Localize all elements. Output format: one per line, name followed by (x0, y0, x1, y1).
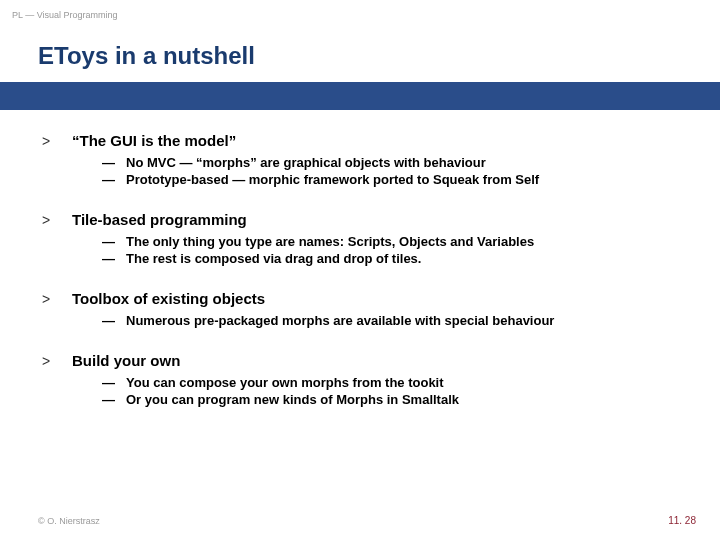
sub-text: You can compose your own morphs from the… (126, 375, 444, 390)
footer-copyright: © O. Nierstrasz (38, 516, 100, 526)
sub-list: — The only thing you type are names: Scr… (102, 234, 690, 266)
section: > Tile-based programming — The only thin… (42, 211, 690, 266)
section-title: Build your own (72, 352, 180, 369)
dash-icon: — (102, 375, 126, 390)
section-head: > Toolbox of existing objects (42, 290, 690, 307)
section-title: “The GUI is the model” (72, 132, 236, 149)
sub-list: — Numerous pre-packaged morphs are avail… (102, 313, 690, 328)
page-title: EToys in a nutshell (38, 42, 255, 70)
sub-text: No MVC — “morphs” are graphical objects … (126, 155, 486, 170)
chevron-icon: > (42, 212, 72, 228)
sub-text: The only thing you type are names: Scrip… (126, 234, 534, 249)
sub-list: — No MVC — “morphs” are graphical object… (102, 155, 690, 187)
chevron-icon: > (42, 353, 72, 369)
section-head: > Tile-based programming (42, 211, 690, 228)
dash-icon: — (102, 234, 126, 249)
sub-item: — Numerous pre-packaged morphs are avail… (102, 313, 690, 328)
dash-icon: — (102, 251, 126, 266)
content-area: > “The GUI is the model” — No MVC — “mor… (42, 132, 690, 431)
sub-list: — You can compose your own morphs from t… (102, 375, 690, 407)
section-title: Toolbox of existing objects (72, 290, 265, 307)
sub-item: — The rest is composed via drag and drop… (102, 251, 690, 266)
section: > “The GUI is the model” — No MVC — “mor… (42, 132, 690, 187)
sub-item: — Prototype-based — morphic framework po… (102, 172, 690, 187)
section-title: Tile-based programming (72, 211, 247, 228)
sub-item: — You can compose your own morphs from t… (102, 375, 690, 390)
section: > Toolbox of existing objects — Numerous… (42, 290, 690, 328)
sub-text: Or you can program new kinds of Morphs i… (126, 392, 459, 407)
section: > Build your own — You can compose your … (42, 352, 690, 407)
title-band (0, 82, 720, 110)
dash-icon: — (102, 313, 126, 328)
sub-item: — No MVC — “morphs” are graphical object… (102, 155, 690, 170)
header-label: PL — Visual Programming (12, 10, 118, 20)
sub-item: — Or you can program new kinds of Morphs… (102, 392, 690, 407)
chevron-icon: > (42, 291, 72, 307)
sub-text: The rest is composed via drag and drop o… (126, 251, 421, 266)
dash-icon: — (102, 155, 126, 170)
section-head: > “The GUI is the model” (42, 132, 690, 149)
chevron-icon: > (42, 133, 72, 149)
sub-text: Numerous pre-packaged morphs are availab… (126, 313, 554, 328)
sub-text: Prototype-based — morphic framework port… (126, 172, 539, 187)
dash-icon: — (102, 172, 126, 187)
dash-icon: — (102, 392, 126, 407)
section-head: > Build your own (42, 352, 690, 369)
sub-item: — The only thing you type are names: Scr… (102, 234, 690, 249)
footer-page-number: 11. 28 (668, 515, 696, 526)
